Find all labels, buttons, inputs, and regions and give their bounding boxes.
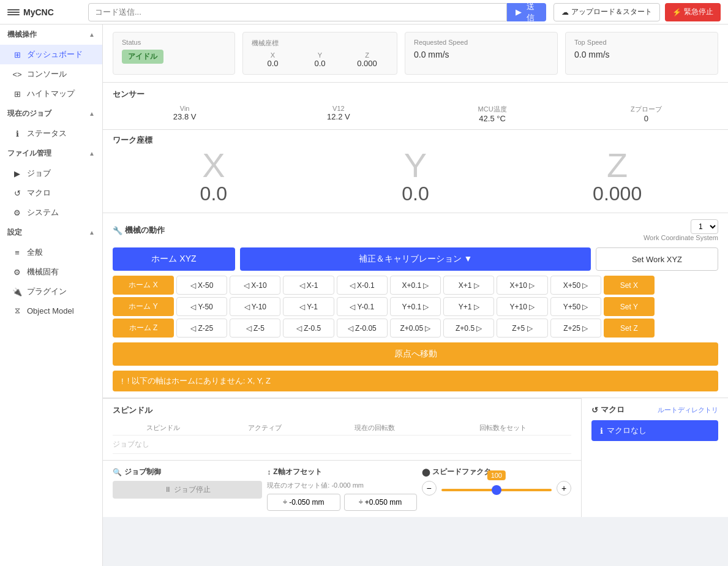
set-z-button[interactable]: Set Z [604, 319, 655, 338]
sidebar-item-macros[interactable]: ↺ マクロ [0, 183, 102, 203]
wcs-select[interactable]: 1 [691, 219, 718, 234]
sidebar-item-plugins[interactable]: 🔌 プラグイン [0, 282, 102, 301]
speed-slider[interactable] [441, 489, 552, 491]
jog-y-plus01[interactable]: Y+0.1 ▷ [390, 297, 441, 316]
sidebar-item-dashboard[interactable]: ⊞ ダッシュボード [0, 45, 102, 64]
send-icon: ▶ [516, 7, 522, 17]
sensor-title: センサー [113, 89, 718, 100]
jog-x-minus1[interactable]: ◁ X-1 [283, 276, 334, 295]
code-input[interactable] [88, 3, 507, 21]
pause-button[interactable]: ⏸ ジョブ停止 [113, 481, 262, 499]
top-speed-val: 0.0 mm/s [574, 50, 709, 59]
sensor-zprobe: Zプローブ 0 [574, 105, 718, 123]
sidebar-item-heightmap[interactable]: ⊞ ハイトマップ [0, 84, 102, 104]
work-coord-section: ワーク座標 X 0.0 Y 0.0 Z 0.000 [103, 130, 728, 213]
jog-x-minus01[interactable]: ◁ X-0.1 [337, 276, 388, 295]
jog-z-minus5[interactable]: ◁ Z-5 [230, 319, 280, 338]
jog-y-plus1[interactable]: Y+1 ▷ [443, 297, 494, 316]
home-xyz-button[interactable]: ホーム XYZ [113, 247, 235, 271]
sidebar-item-status[interactable]: ℹ ステータス [0, 124, 102, 143]
jog-y-minus50[interactable]: ◁ Y-50 [176, 297, 227, 316]
jog-x-plus1[interactable]: X+1 ▷ [443, 276, 494, 295]
action-buttons: ホーム XYZ 補正＆キャリブレーション ▼ Set Work XYZ [113, 247, 718, 271]
spindle-col-rpm: 現在の回転数 [315, 421, 434, 436]
send-button[interactable]: ▶ 送信 [507, 3, 546, 21]
goto-origin-button[interactable]: 原点へ移動 [113, 342, 718, 366]
sidebar-header-job[interactable]: 現在のジョブ ▲ [0, 104, 102, 124]
jog-x-minus10[interactable]: ◁ X-10 [230, 276, 280, 295]
code-icon: <> [12, 69, 22, 79]
jog-x-plus50[interactable]: X+50 ▷ [550, 276, 601, 295]
jog-z-plus05[interactable]: Z+0.5 ▷ [443, 319, 494, 338]
sliders-icon: ≡ [12, 247, 22, 257]
set-work-button[interactable]: Set Work XYZ [596, 247, 718, 271]
topbar: MyCNC ▶ 送信 ☁ アップロード＆スタート ⚡ 緊急停止 [0, 0, 728, 25]
jog-z-plus25[interactable]: Z+25 ▷ [550, 319, 601, 338]
bottom-controls: 🔍 ジョブ制御 ⏸ ジョブ停止 ↕ Z軸オフセット 現在のオフセット値: -0.… [103, 460, 581, 517]
z-offset-box: ↕ Z軸オフセット 現在のオフセット値: -0.000 mm ÷ -0.050 … [267, 467, 416, 511]
jog-row-y: ホーム Y ◁ Y-50 ◁ Y-10 ◁ Y-1 ◁ Y-0.1 Y+0.1 … [113, 297, 718, 316]
work-coord-grid: X 0.0 Y 0.0 Z 0.000 [113, 148, 718, 205]
estop-button[interactable]: ⚡ 緊急停止 [665, 3, 721, 21]
set-x-button[interactable]: Set X [604, 276, 655, 295]
machine-coord-x: X 0.0 [252, 51, 294, 68]
spindle-col-spindle: スピンドル [113, 421, 214, 436]
topbar-right: ☁ アップロード＆スタート ⚡ 緊急停止 [554, 3, 721, 21]
offset-minus-button[interactable]: ÷ -0.050 mm [267, 494, 340, 511]
macro-dir-link[interactable]: ルートディレクトリ [658, 406, 718, 415]
sidebar-header-files[interactable]: ファイル管理 ▲ [0, 143, 102, 164]
jog-z-plus005[interactable]: Z+0.05 ▷ [390, 319, 441, 338]
sidebar-header-machine[interactable]: 機械操作 ▲ [0, 25, 102, 45]
upload-start-button[interactable]: ☁ アップロード＆スタート [554, 3, 660, 21]
vin-val: 23.8 V [113, 112, 257, 121]
jog-y-plus50[interactable]: Y+50 ▷ [550, 297, 601, 316]
mcu-label: MCU温度 [421, 105, 565, 114]
speed-plus-button[interactable]: + [557, 481, 571, 496]
jog-z-minus005[interactable]: ◁ Z-0.05 [337, 319, 388, 338]
set-y-button[interactable]: Set Y [604, 297, 655, 316]
object-icon: ⧖ [12, 306, 22, 315]
chevron-up-icon2: ▲ [89, 110, 95, 117]
sensor-grid: Vin 23.8 V V12 12.2 V MCU温度 42.5 °C Zプロー… [113, 105, 718, 123]
speed-icon: ⬤ [422, 468, 430, 477]
jog-x-minus50[interactable]: ◁ X-50 [176, 276, 227, 295]
home-z-button[interactable]: ホーム Z [113, 319, 174, 338]
wc-y-axis: Y [315, 148, 517, 183]
arrow-icon: ▶ [12, 168, 22, 178]
jog-z-plus5[interactable]: Z+5 ▷ [497, 319, 547, 338]
macro-none-button[interactable]: ℹ マクロなし [591, 420, 718, 441]
status-label: Status [122, 39, 226, 46]
sidebar-item-general[interactable]: ≡ 全般 [0, 243, 102, 262]
work-coord-x-col: X 0.0 [113, 148, 315, 205]
app-logo: MyCNC [7, 6, 81, 18]
offset-plus-button[interactable]: ÷ +0.050 mm [344, 494, 417, 511]
calibrate-button[interactable]: 補正＆キャリブレーション ▼ [240, 247, 591, 271]
jog-y-minus01[interactable]: ◁ Y-0.1 [337, 297, 388, 316]
jog-z-minus05[interactable]: ◁ Z-0.5 [283, 319, 334, 338]
sidebar-item-machine-specific[interactable]: ⚙ 機械固有 [0, 262, 102, 282]
home-y-button[interactable]: ホーム Y [113, 297, 174, 316]
sidebar-item-system[interactable]: ⚙ システム [0, 203, 102, 222]
machine-coord-label: 機械座標 [252, 39, 388, 48]
jog-y-minus1[interactable]: ◁ Y-1 [283, 297, 334, 316]
speed-minus-button[interactable]: − [422, 481, 437, 496]
jog-y-plus10[interactable]: Y+10 ▷ [497, 297, 547, 316]
macro-icon: ↺ [591, 406, 598, 415]
speed-factor-box: ⬤ スピードファクター − 100 + [422, 467, 571, 511]
wrench-icon: 🔧 [113, 226, 122, 235]
jog-y-minus10[interactable]: ◁ Y-10 [230, 297, 280, 316]
current-offset-label: 現在のオフセット値: -0.000 mm [267, 481, 416, 490]
jog-z-minus25[interactable]: ◁ Z-25 [176, 319, 227, 338]
jog-x-plus01[interactable]: X+0.1 ▷ [390, 276, 441, 295]
x-axis-val: 0.0 [252, 59, 294, 68]
wc-y-val: 0.0 [315, 183, 517, 205]
y-axis-val: 0.0 [299, 59, 341, 68]
macro-section: ↺ マクロ ルートディレクトリ ℹ マクロなし [581, 398, 728, 517]
sidebar-item-console[interactable]: <> コンソール [0, 64, 102, 84]
machine-action-title: 🔧 機械の動作 [113, 225, 165, 236]
jog-x-plus10[interactable]: X+10 ▷ [497, 276, 547, 295]
sidebar-item-object-model[interactable]: ⧖ Object Model [0, 301, 102, 320]
home-x-button[interactable]: ホーム X [113, 276, 174, 295]
sidebar-header-settings[interactable]: 設定 ▲ [0, 222, 102, 243]
sidebar-item-jobs[interactable]: ▶ ジョブ [0, 164, 102, 183]
